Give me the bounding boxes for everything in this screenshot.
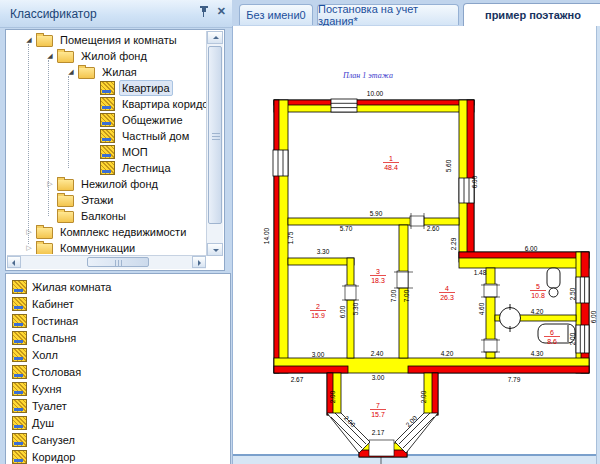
dimension-label: 2.50	[569, 287, 576, 300]
expand-icon[interactable]: ▷	[22, 244, 36, 252]
dimension-label: 4.60	[478, 302, 485, 315]
collapse-icon[interactable]: ◢	[22, 36, 36, 44]
room-type-icon	[12, 331, 27, 345]
drawing-canvas[interactable]: План 1 этажа 10.0014.005.606.005.905.702…	[232, 26, 600, 464]
tree-item-label: Общежитие	[119, 113, 186, 127]
folder-icon	[57, 195, 74, 207]
folder-icon	[36, 35, 53, 47]
room-area: 8.6	[547, 338, 557, 345]
floor-plan-svg: План 1 этажа 10.0014.005.606.005.905.702…	[237, 26, 600, 464]
list-item[interactable]: Холл	[6, 346, 230, 363]
tree-item-общежитие[interactable]: Общежитие	[6, 112, 206, 128]
collapse-icon[interactable]: ◢	[43, 52, 57, 60]
tree-item-label: Коммуникации	[57, 241, 138, 254]
list-item-label: Санузел	[32, 434, 75, 446]
scroll-thumb[interactable]	[87, 257, 149, 267]
dimension-label: 2.17	[372, 429, 385, 436]
collapse-icon[interactable]: ◢	[64, 68, 78, 76]
tree-item-квартира-коридор[interactable]: Квартира коридор	[6, 96, 206, 112]
room-number: 2	[316, 303, 320, 310]
room-number: 4	[445, 285, 449, 292]
tree-item-балконы[interactable]: Балконы	[6, 208, 206, 224]
tree-item-комплекс-недвижимости[interactable]: ▷Комплекс недвижимости	[6, 224, 206, 240]
tree-vertical-scrollbar[interactable]	[206, 31, 223, 256]
list-item[interactable]: Туалет	[6, 397, 230, 414]
pin-icon[interactable]	[199, 5, 209, 17]
scroll-right-button[interactable]	[192, 256, 206, 268]
room-number: 3	[376, 268, 380, 275]
folder-icon	[57, 179, 74, 191]
room-type-icon	[12, 280, 27, 294]
tree-item-этажи[interactable]: Этажи	[6, 192, 206, 208]
list-item[interactable]: Санузел	[6, 431, 230, 448]
tree-item-жилой-фонд[interactable]: ◢Жилой фонд	[6, 48, 206, 64]
room-type-icon	[100, 129, 115, 143]
room-number: 1	[389, 155, 393, 162]
document-tab[interactable]: пример поэтажно	[463, 3, 600, 26]
tree-item-частный-дом[interactable]: Частный дом	[6, 128, 206, 144]
tree-item-помещения-и-комнаты[interactable]: ◢Помещения и комнаты	[6, 32, 206, 48]
tree-item-label: Жилая	[99, 65, 140, 79]
sink-icon	[500, 308, 521, 329]
dimension-label: 6.00	[590, 310, 597, 323]
dimension-label: 4.30	[531, 350, 544, 357]
tree-item-label: Комплекс недвижимости	[57, 225, 189, 239]
list-item-label: Жилая комната	[32, 281, 111, 293]
list-item[interactable]: Кухня	[6, 380, 230, 397]
dimension-label: 5.30	[352, 302, 359, 315]
tree-item-нежилой-фонд[interactable]: ▷Нежилой фонд	[6, 176, 206, 192]
dimension-label: 7.00	[390, 289, 397, 302]
list-item[interactable]: Спальня	[6, 329, 230, 346]
room-area: 26.3	[440, 294, 454, 301]
scroll-up-button[interactable]	[207, 31, 223, 44]
room-label: 510.8	[530, 283, 546, 299]
interior-walls	[288, 218, 576, 358]
tree-item-лестница[interactable]: Лестница	[6, 160, 206, 176]
tree-item-label: Жилой фонд	[78, 49, 150, 63]
scroll-left-button[interactable]	[7, 256, 21, 268]
dimension-label: 2.00	[329, 390, 336, 403]
room-type-icon	[12, 382, 27, 396]
list-item[interactable]: Гостиная	[6, 312, 230, 329]
room-area: 15.7	[371, 411, 385, 418]
folder-icon	[78, 67, 95, 79]
close-icon[interactable]: ✕	[217, 5, 226, 17]
list-item[interactable]: Душ	[6, 414, 230, 431]
tree-horizontal-scrollbar[interactable]	[7, 255, 206, 269]
scroll-down-button[interactable]	[207, 243, 223, 256]
list-item[interactable]: Кабинет	[6, 295, 230, 312]
tree-item-моп[interactable]: МОП	[6, 144, 206, 160]
list-item[interactable]: Коридор	[6, 448, 230, 464]
tree-item-жилая[interactable]: ◢Жилая	[6, 64, 206, 80]
room-type-icon	[12, 416, 27, 430]
dimension-label: 2.67	[291, 376, 304, 383]
list-item[interactable]: Жилая комната	[6, 278, 230, 295]
dimension-label: 5.60	[445, 159, 452, 172]
room-label: 318.3	[370, 268, 386, 284]
room-type-icon	[12, 297, 27, 311]
room-label: 426.3	[439, 285, 455, 301]
room-type-icon	[12, 433, 27, 447]
dimension-label: 1.48	[474, 269, 487, 276]
tab-label: пример поэтажно	[485, 9, 581, 21]
dimension-label: 5.90	[370, 210, 383, 217]
document-tab[interactable]: Без имени0	[239, 4, 313, 25]
expand-icon[interactable]: ▷	[22, 228, 36, 236]
room-type-icon	[100, 97, 115, 111]
classifier-panel: Классификатор ✕ ◢Помещения и комнаты◢Жил…	[0, 0, 233, 464]
plan-title: План 1 этажа	[342, 71, 393, 80]
scroll-thumb[interactable]	[208, 46, 222, 224]
tree-item-label: Квартира коридор	[119, 97, 206, 111]
expand-icon[interactable]: ▷	[43, 180, 57, 188]
list-item[interactable]: Столовая	[6, 363, 230, 380]
tree-item-label: Помещения и комнаты	[57, 33, 180, 47]
tree-item-квартира[interactable]: Квартира	[6, 80, 206, 96]
dimension-label: 7.79	[508, 376, 521, 383]
dimension-label: 14.00	[263, 227, 270, 244]
document-tab[interactable]: Постановка на учет здания*	[317, 4, 459, 25]
tree-item-коммуникации[interactable]: ▷Коммуникации	[6, 240, 206, 254]
dimension-label: 1.75	[287, 231, 294, 244]
dimension-label: 10.00	[367, 90, 384, 97]
folder-icon	[57, 51, 74, 63]
dimension-label: 2.60	[427, 225, 440, 232]
